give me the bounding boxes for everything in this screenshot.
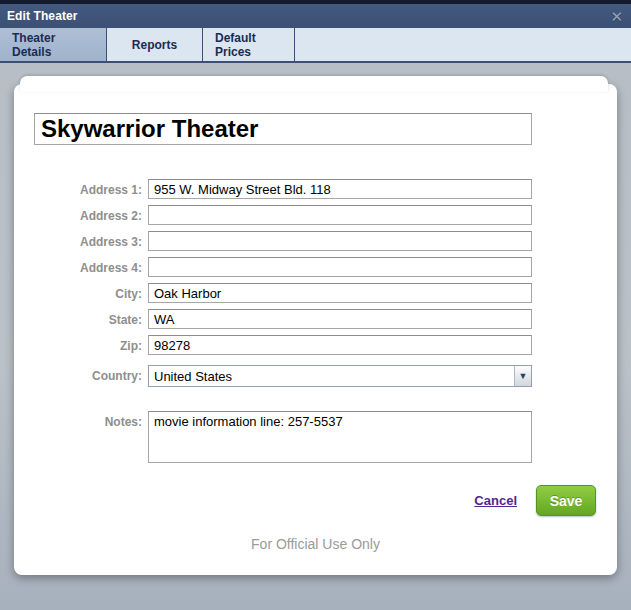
close-icon[interactable]: ✕ xyxy=(610,9,623,24)
tab-reports[interactable]: Reports xyxy=(107,28,203,61)
save-button[interactable]: Save xyxy=(536,485,596,516)
zip-input[interactable] xyxy=(148,335,532,355)
address-1-label: Address 1: xyxy=(28,179,142,197)
address-4-row: Address 4: xyxy=(28,257,617,277)
city-label: City: xyxy=(28,283,142,301)
address-3-label: Address 3: xyxy=(28,231,142,249)
state-input[interactable] xyxy=(148,309,532,329)
city-input[interactable] xyxy=(148,283,532,303)
dialog-title: Edit Theater xyxy=(7,9,78,23)
state-row: State: xyxy=(28,309,617,329)
theater-details-form: Address 1:Address 2:Address 3:Address 4:… xyxy=(14,179,617,463)
notes-label: Notes: xyxy=(28,411,142,429)
zip-label: Zip: xyxy=(28,335,142,353)
address-3-input[interactable] xyxy=(148,231,532,251)
notes-textarea[interactable] xyxy=(148,411,532,463)
footer-note: For Official Use Only xyxy=(14,536,617,552)
country-row: Country:United States▼ xyxy=(28,365,617,387)
tab-bar: Theater DetailsReportsDefault Prices xyxy=(0,28,631,63)
city-row: City: xyxy=(28,283,617,303)
tab-theater-details[interactable]: Theater Details xyxy=(0,28,107,61)
address-4-input[interactable] xyxy=(148,257,532,277)
address-4-label: Address 4: xyxy=(28,257,142,275)
dialog-actions: Cancel Save xyxy=(14,485,596,516)
address-2-label: Address 2: xyxy=(28,205,142,223)
theater-name-input[interactable] xyxy=(34,113,532,145)
zip-row: Zip: xyxy=(28,335,617,355)
state-label: State: xyxy=(28,309,142,327)
dialog-titlebar: Edit Theater ✕ xyxy=(0,4,631,28)
address-3-row: Address 3: xyxy=(28,231,617,251)
country-select-wrap: United States▼ xyxy=(148,365,532,387)
theater-name-row xyxy=(14,84,617,145)
cancel-button[interactable]: Cancel xyxy=(474,493,517,508)
address-1-input[interactable] xyxy=(148,179,532,199)
country-select[interactable]: United States xyxy=(148,365,532,387)
tab-default-prices[interactable]: Default Prices xyxy=(203,28,295,61)
address-2-input[interactable] xyxy=(148,205,532,225)
country-label: Country: xyxy=(28,365,142,383)
address-1-row: Address 1: xyxy=(28,179,617,199)
address-2-row: Address 2: xyxy=(28,205,617,225)
notes-row: Notes: xyxy=(28,411,617,463)
edit-theater-dialog: Address 1:Address 2:Address 3:Address 4:… xyxy=(14,84,617,575)
